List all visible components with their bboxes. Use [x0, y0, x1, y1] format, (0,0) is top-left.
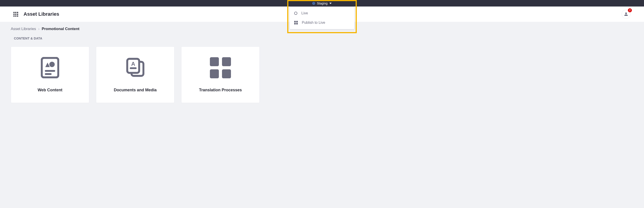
- dropdown-item-label: Live: [301, 11, 308, 15]
- svg-rect-3: [45, 70, 55, 72]
- grid-small-icon: [294, 21, 298, 25]
- documents-icon: A: [125, 57, 146, 78]
- svg-point-2: [49, 62, 55, 67]
- card-web-content[interactable]: Web Content: [11, 47, 89, 103]
- apps-menu-icon[interactable]: [14, 12, 18, 17]
- dropdown-item-publish[interactable]: Publish to Live: [290, 18, 354, 27]
- caret-down-icon: [330, 3, 332, 4]
- environment-dropdown: Live Publish to Live: [290, 7, 354, 29]
- top-bar: Staging Live Publish to Live: [0, 0, 644, 7]
- svg-rect-8: [130, 67, 136, 69]
- grid-large-icon: [210, 57, 231, 78]
- card-label: Documents and Media: [114, 88, 156, 92]
- card-label: Web Content: [38, 88, 62, 92]
- dropdown-item-live[interactable]: Live: [290, 9, 354, 18]
- section-label: CONTENT & DATA: [14, 37, 633, 40]
- card-documents-media[interactable]: A Documents and Media: [96, 47, 174, 103]
- card-label: Translation Processes: [199, 88, 242, 92]
- radio-outline-icon: [294, 12, 297, 15]
- environment-selector[interactable]: Staging: [312, 2, 332, 5]
- svg-marker-1: [45, 63, 50, 67]
- radio-active-icon: [312, 2, 315, 5]
- environment-label: Staging: [317, 2, 328, 5]
- cards-container: Web Content A Documents and Media Transl…: [11, 47, 633, 103]
- svg-text:A: A: [131, 61, 135, 67]
- page-title: Asset Libraries: [24, 11, 59, 17]
- header-left: Asset Libraries: [14, 11, 59, 17]
- web-content-icon: [40, 57, 61, 78]
- chevron-right-icon: ›: [38, 27, 40, 31]
- card-translation-processes[interactable]: Translation Processes: [181, 47, 260, 103]
- user-area[interactable]: 7: [622, 10, 630, 19]
- breadcrumb-current: Promotional Content: [42, 27, 80, 31]
- svg-rect-4: [45, 73, 52, 75]
- person-icon: [624, 12, 628, 16]
- breadcrumb-root[interactable]: Asset Libraries: [11, 27, 36, 31]
- dropdown-item-label: Publish to Live: [302, 21, 325, 25]
- content-area: Asset Libraries › Promotional Content CO…: [0, 22, 644, 108]
- notification-badge: 7: [628, 8, 632, 12]
